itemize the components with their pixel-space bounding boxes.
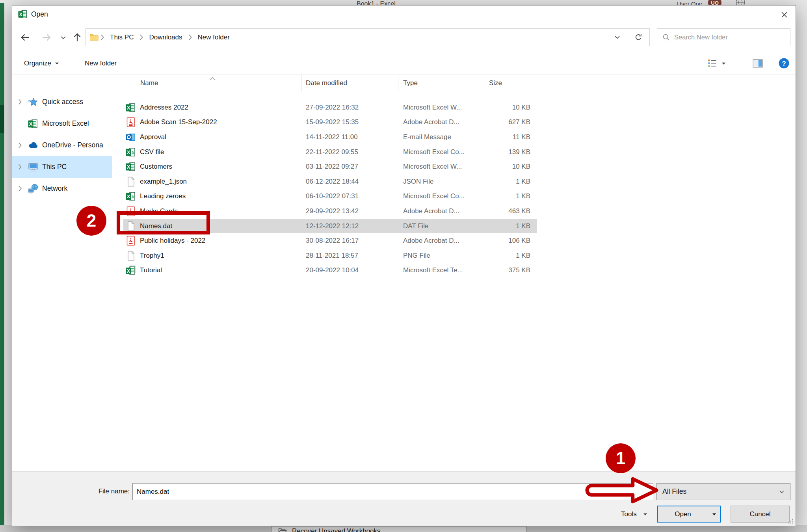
file-size: 463 KB xyxy=(485,207,537,215)
step-1-badge: 1 xyxy=(606,443,636,473)
column-header-size[interactable]: Size xyxy=(485,75,537,92)
navigation-bar: This PCDownloadsNew folder xyxy=(12,23,796,52)
cloud-icon xyxy=(28,141,42,149)
globe-icon xyxy=(735,0,746,5)
file-row-customers[interactable]: XCustomers03-11-2022 09:27Microsoft Exce… xyxy=(123,159,537,174)
cancel-button[interactable]: Cancel xyxy=(731,506,790,523)
sidebar-item-network[interactable]: Network xyxy=(12,178,112,199)
column-header-name[interactable]: Name xyxy=(107,75,302,92)
excel-icon: X xyxy=(28,119,42,129)
svg-text:X: X xyxy=(29,121,33,127)
file-row-addresses-2022[interactable]: XAddresses 202227-09-2022 16:32Microsoft… xyxy=(123,100,537,115)
screen: Book1 - Excel User One UO Recover Unsave… xyxy=(0,0,807,532)
file-name: Tutorial xyxy=(140,266,162,274)
breadcrumb-item-downloads[interactable]: Downloads xyxy=(145,33,186,41)
file-row-example-1-json[interactable]: example_1.json06-12-2022 18:44JSON File1… xyxy=(123,174,537,189)
toolbar: Organize New folder xyxy=(12,52,796,75)
file-name-label: File name: xyxy=(88,487,130,495)
step-2-badge: 2 xyxy=(76,206,106,236)
expander-chevron-icon[interactable] xyxy=(18,185,28,192)
svg-text:X: X xyxy=(19,12,22,17)
excel-user-name: User One xyxy=(677,0,702,5)
file-type: Adobe Acrobat D... xyxy=(398,207,485,215)
file-row-adobe-scan-15-sep-2022[interactable]: Adobe Scan 15-Sep-202215-09-2022 15:35Ad… xyxy=(123,115,537,130)
file-row-trophy1[interactable]: Trophy128-11-2021 18:57PNG File1 KB xyxy=(123,248,537,263)
preview-pane-button[interactable] xyxy=(752,52,763,74)
file-name: Approval xyxy=(140,133,166,141)
svg-text:X: X xyxy=(127,164,130,170)
search-input[interactable] xyxy=(670,33,790,41)
expander-chevron-icon[interactable] xyxy=(18,142,28,149)
sidebar-item-label: Quick access xyxy=(42,98,83,106)
recover-unsaved-workbooks-button[interactable]: Recover Unsaved Workbooks xyxy=(271,526,526,532)
sidebar-item-this-pc[interactable]: This PC xyxy=(12,156,112,178)
breadcrumb-item-new-folder[interactable]: New folder xyxy=(194,33,234,41)
breadcrumb-chevron-icon[interactable] xyxy=(138,34,145,41)
up-button[interactable] xyxy=(72,32,82,43)
file-row-csv-file[interactable]: aXCSV file22-11-2022 09:55Microsoft Exce… xyxy=(123,145,537,160)
column-header-date-modified[interactable]: Date modified xyxy=(302,75,398,92)
folder-icon xyxy=(90,33,99,41)
excel-file-icon: X xyxy=(126,162,136,172)
file-size: 10 KB xyxy=(485,104,537,112)
close-button[interactable] xyxy=(778,9,790,20)
open-split-button: Open xyxy=(657,506,721,523)
back-button[interactable] xyxy=(20,32,30,43)
file-size: 627 KB xyxy=(485,118,537,126)
open-dialog: X Open This PCDo xyxy=(12,5,796,526)
sidebar-item-microsoft-excel[interactable]: XMicrosoft Excel xyxy=(12,113,112,134)
file-type: JSON File xyxy=(398,178,485,186)
view-mode-button[interactable] xyxy=(707,52,726,74)
help-button[interactable]: ? xyxy=(778,52,790,74)
address-bar[interactable]: This PCDownloadsNew folder xyxy=(86,28,650,46)
file-file-icon xyxy=(126,177,136,187)
svg-text:a: a xyxy=(131,149,134,154)
sidebar-item-quick-access[interactable]: Quick access xyxy=(12,91,112,113)
new-folder-button[interactable]: New folder xyxy=(85,52,117,74)
file-date: 06-10-2022 07:31 xyxy=(302,192,398,200)
file-row-public-holidays-2022[interactable]: Public holidays - 202230-08-2022 16:17Ad… xyxy=(123,233,537,248)
file-row-approval[interactable]: Approval14-11-2022 11:00E-mail Message11… xyxy=(123,130,537,145)
dialog-footer: File name: All Files Tools Open xyxy=(12,471,796,526)
caret-down-icon xyxy=(55,62,59,65)
file-type: PNG File xyxy=(398,252,485,260)
file-size: 106 KB xyxy=(485,237,537,245)
recent-locations-chevron[interactable] xyxy=(60,35,66,40)
file-date: 14-11-2022 11:00 xyxy=(302,133,398,141)
file-row-leading-zeroes[interactable]: aXLeading zeroes06-10-2022 07:31Microsof… xyxy=(123,189,537,204)
forward-button[interactable] xyxy=(41,32,52,43)
file-type-dropdown[interactable]: All Files xyxy=(656,483,790,500)
file-size: 10 KB xyxy=(485,163,537,171)
excel-file-icon: X xyxy=(126,102,136,113)
dialog-title: Open xyxy=(31,6,48,23)
sidebar-item-onedrive-persona[interactable]: OneDrive - Persona xyxy=(12,134,112,156)
file-date: 27-09-2022 16:32 xyxy=(302,104,398,112)
excel-backstage-selected-strip xyxy=(0,105,4,133)
file-type: Microsoft Excel Te... xyxy=(398,266,485,274)
file-type-value: All Files xyxy=(662,487,686,496)
open-button[interactable]: Open xyxy=(658,506,708,522)
svg-text:X: X xyxy=(127,268,130,274)
sidebar-item-label: Network xyxy=(42,184,67,193)
open-dropdown-button[interactable] xyxy=(708,506,720,522)
dialog-titlebar: X Open xyxy=(12,6,796,23)
resize-grip[interactable] xyxy=(788,518,794,524)
column-header-type[interactable]: Type xyxy=(398,75,485,92)
breadcrumb-chevron-icon[interactable] xyxy=(99,34,106,41)
tools-button[interactable]: Tools xyxy=(621,506,647,523)
address-dropdown-chevron[interactable] xyxy=(607,29,627,46)
file-row-tutorial[interactable]: XTutorial20-09-2022 10:04Microsoft Excel… xyxy=(123,263,537,278)
refresh-button[interactable] xyxy=(627,29,649,46)
file-name-input[interactable] xyxy=(132,483,653,500)
file-name: Public holidays - 2022 xyxy=(140,237,205,245)
file-name: Leading zeroes xyxy=(140,192,186,200)
organize-label: Organize xyxy=(24,60,51,67)
breadcrumb-chevron-icon[interactable] xyxy=(186,34,194,41)
expander-chevron-icon[interactable] xyxy=(18,99,28,105)
breadcrumb-item-this-pc[interactable]: This PC xyxy=(106,33,138,41)
organize-button[interactable]: Organize xyxy=(24,52,59,74)
csv-file-icon: aX xyxy=(126,191,136,201)
file-type: Microsoft Excel W... xyxy=(398,163,485,171)
expander-chevron-icon[interactable] xyxy=(18,164,28,170)
sidebar-item-label: Microsoft Excel xyxy=(42,119,89,128)
